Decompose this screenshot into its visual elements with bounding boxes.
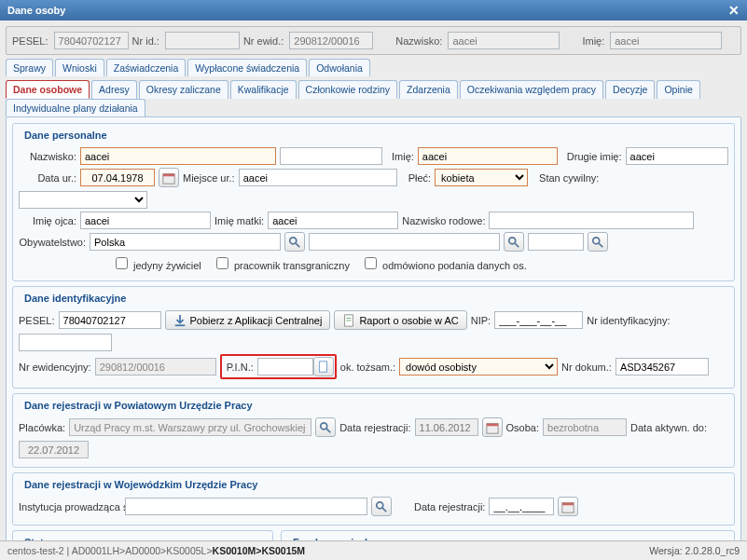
svg-point-17 — [377, 501, 383, 508]
tab-zaświadczenia[interactable]: Zaświadczenia — [106, 59, 186, 76]
drugieimie-input[interactable] — [626, 147, 728, 165]
calendar-icon[interactable] — [482, 417, 503, 437]
tab-adresy[interactable]: Adresy — [91, 80, 137, 99]
imieojca-input[interactable] — [80, 212, 211, 229]
svg-point-13 — [321, 422, 327, 429]
datakt-input — [19, 441, 89, 458]
btn-raport-ac[interactable]: Raport o osobie w AC — [334, 310, 466, 330]
imie-label: Imię: — [582, 35, 604, 47]
svg-line-3 — [296, 242, 299, 246]
nrid-ro — [165, 32, 240, 49]
datarej-woj-input[interactable] — [489, 498, 554, 515]
svg-line-14 — [326, 428, 330, 431]
nazwrod-input[interactable] — [489, 212, 694, 229]
window-title: Dane osoby — [7, 0, 65, 20]
btn-pobierz-ac[interactable]: Pobierz z Aplikacji Centralnej — [165, 310, 331, 330]
datarej-input — [415, 418, 478, 436]
svg-point-4 — [509, 237, 516, 243]
group-ident-title: Dane identyfikacyjne — [21, 293, 130, 304]
svg-rect-12 — [319, 361, 326, 371]
svg-rect-1 — [163, 173, 174, 176]
pin-input[interactable] — [257, 358, 313, 376]
nrewid-ro — [289, 32, 373, 49]
obyw3-input[interactable] — [528, 233, 584, 251]
tab-wnioski[interactable]: Wnioski — [55, 59, 104, 76]
tab-okresy-zaliczane[interactable]: Okresy zaliczane — [139, 80, 228, 99]
svg-line-18 — [382, 507, 386, 511]
svg-rect-8 — [174, 324, 185, 326]
svg-rect-20 — [562, 502, 574, 505]
search-icon[interactable] — [315, 417, 336, 437]
group-regpow-title: Dane rejestracji w Powiatowym Urzędzie P… — [21, 400, 256, 411]
calendar-icon[interactable] — [558, 497, 578, 516]
statusbar: centos-test-2 | AD0001LH>AD0000>KS0005L>… — [0, 540, 747, 560]
tab-oczekiwania-względem-pracy[interactable]: Oczekiwania względem pracy — [460, 80, 603, 99]
search-icon[interactable] — [371, 497, 392, 516]
nrdok-input[interactable] — [616, 358, 709, 376]
tab-dane-osobowe[interactable]: Dane osobowe — [6, 80, 90, 99]
instytucja-input[interactable] — [125, 498, 367, 515]
nrid-label: Nr id.: — [132, 35, 159, 47]
plec-select[interactable]: kobieta — [435, 169, 528, 186]
imie-ro — [610, 32, 722, 49]
svg-point-6 — [593, 237, 600, 243]
stanc-select[interactable] — [19, 191, 147, 209]
search-icon[interactable] — [588, 232, 608, 252]
dataur-input[interactable] — [80, 169, 155, 186]
nazwisko2-input[interactable] — [280, 147, 382, 165]
pin-doc-icon[interactable] — [313, 357, 334, 376]
nrewid-label: Nr ewid.: — [243, 35, 284, 47]
close-icon[interactable]: ✕ — [728, 0, 740, 20]
search-icon[interactable] — [284, 232, 305, 252]
tab-członkowie-rodziny[interactable]: Członkowie rodziny — [298, 80, 397, 99]
nrident-input[interactable] — [19, 334, 112, 351]
nazwisko-ro — [448, 32, 560, 49]
search-icon[interactable] — [504, 232, 524, 252]
tabs-row-2: Dane osoboweAdresyOkresy zaliczaneKwalif… — [6, 80, 741, 116]
group-regwoj-title: Dane rejestracji w Wojewódzkim Urzędzie … — [21, 479, 261, 490]
tozsam-select[interactable]: dowód osobisty — [399, 358, 558, 376]
tab-indywidualne-plany-działania[interactable]: Indywidualne plany działania — [6, 99, 145, 116]
calendar-icon[interactable] — [159, 168, 179, 187]
tab-opinie[interactable]: Opinie — [657, 80, 699, 99]
pesel-label: PESEL: — [12, 35, 48, 47]
obyw2-input[interactable] — [309, 233, 500, 251]
nrewid-input — [95, 358, 216, 376]
svg-line-7 — [599, 242, 602, 246]
tab-sprawy[interactable]: Sprawy — [6, 59, 53, 76]
imie-input[interactable] — [418, 147, 558, 165]
tab-decyzje[interactable]: Decyzje — [605, 80, 655, 99]
nazwisko-input[interactable] — [80, 147, 276, 165]
svg-point-2 — [290, 237, 297, 243]
tab-odwołania[interactable]: Odwołania — [309, 59, 370, 76]
tab-wypłacone-świadczenia[interactable]: Wypłacone świadczenia — [187, 59, 307, 76]
tabs-row-1: SprawyWnioskiZaświadczeniaWypłacone świa… — [6, 59, 741, 76]
nip-input[interactable] — [494, 311, 583, 329]
summary-bar: PESEL: Nr id.: Nr ewid.: Nazwisko: Imię: — [6, 26, 741, 55]
tab-zdarzenia[interactable]: Zdarzenia — [399, 80, 458, 99]
tab-kwalifikacje[interactable]: Kwalifikacje — [230, 80, 297, 99]
imiematki-input[interactable] — [268, 212, 398, 229]
svg-line-5 — [515, 242, 519, 246]
cb-odmowa[interactable] — [365, 257, 377, 269]
placowka-input — [69, 418, 311, 436]
cb-transgr[interactable] — [216, 257, 228, 269]
osoba-input — [543, 418, 627, 436]
pesel-input[interactable] — [59, 311, 161, 329]
pesel-ro — [54, 32, 129, 49]
miejsceur-input[interactable] — [239, 169, 397, 186]
nazwisko-label: Nazwisko: — [395, 35, 442, 47]
pin-highlight: P.I.N.: — [220, 354, 337, 379]
svg-rect-16 — [486, 423, 497, 426]
group-personal-title: Dane personalne — [21, 130, 111, 141]
obyw-input[interactable] — [90, 233, 281, 251]
cb-jedyny[interactable] — [116, 257, 128, 269]
